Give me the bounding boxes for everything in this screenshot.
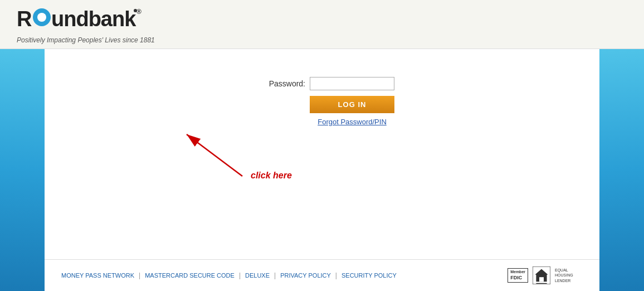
arrow-svg <box>156 126 295 193</box>
content-area: Password: LOG IN Forgot Password/PIN cli… <box>45 49 599 291</box>
equal-housing-text: EQUAL HOUSING LENDER <box>555 268 583 283</box>
sidebar-left <box>0 49 45 291</box>
sidebar-right <box>599 49 644 291</box>
svg-text:R: R <box>17 7 32 30</box>
svg-rect-11 <box>539 277 544 282</box>
footer-link-mastercard[interactable]: MASTERCARD SECURE CODE <box>145 272 235 279</box>
main-layout: Password: LOG IN Forgot Password/PIN cli… <box>0 49 644 291</box>
footer-link-privacy[interactable]: PRIVACY POLICY <box>280 272 331 279</box>
click-here-annotation: click here <box>251 171 292 181</box>
svg-point-2 <box>37 13 46 22</box>
login-section: Password: LOG IN Forgot Password/PIN cli… <box>45 49 599 259</box>
footer-badges: Member FDIC EQUAL HOUSING LENDER EQUAL H… <box>508 266 583 284</box>
password-row: Password: <box>250 77 394 90</box>
footer-links: MONEY PASS NETWORK | MASTERCARD SECURE C… <box>61 271 397 279</box>
annotation-area: click here <box>45 132 599 198</box>
fdic-label: FDIC <box>510 275 522 280</box>
password-input[interactable] <box>310 77 394 90</box>
equal-housing-icon: EQUAL HOUSING LENDER <box>533 266 550 284</box>
fdic-badge: Member FDIC <box>508 268 528 282</box>
header: R undbank ® Positively Impacting Peoples… <box>0 0 644 49</box>
logo: R undbank ® <box>17 5 155 35</box>
footer-link-deluxe[interactable]: DELUXE <box>245 272 270 279</box>
footer-link-security[interactable]: SECURITY POLICY <box>341 272 397 279</box>
forgot-password-link[interactable]: Forgot Password/PIN <box>318 118 387 126</box>
svg-text:undbank: undbank <box>51 7 136 30</box>
fdic-member-text: Member <box>510 270 525 274</box>
password-label: Password: <box>250 79 305 88</box>
login-button[interactable]: LOG IN <box>310 96 394 113</box>
footer-link-money-pass[interactable]: MONEY PASS NETWORK <box>61 272 134 279</box>
logo-area: R undbank ® Positively Impacting Peoples… <box>17 5 155 44</box>
svg-line-7 <box>187 134 242 176</box>
logo-svg: R undbank ® <box>17 5 145 30</box>
footer: MONEY PASS NETWORK | MASTERCARD SECURE C… <box>45 259 599 291</box>
svg-text:®: ® <box>136 8 142 16</box>
svg-marker-10 <box>535 269 548 275</box>
logo-tagline: Positively Impacting Peoples' Lives sinc… <box>17 36 155 44</box>
